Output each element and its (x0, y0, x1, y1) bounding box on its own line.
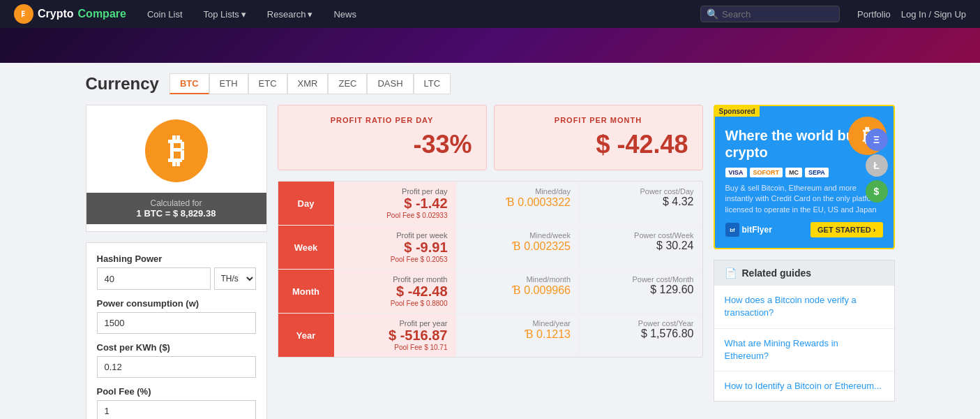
tab-ltc[interactable]: LTC (414, 73, 451, 94)
mined-value-month: Ɓ 0.009966 (465, 284, 571, 297)
nav-top-lists[interactable]: Top Lists ▾ (197, 9, 253, 20)
nav-coin-list[interactable]: Coin List (140, 9, 190, 20)
power-value-day: $ 4.32 (588, 196, 694, 208)
pool-fee-day: Pool Fee $ 0.02933 (342, 212, 448, 219)
ad-footer: bf bitFlyer GET STARTED › (725, 222, 883, 237)
page-title: Currency (86, 74, 159, 94)
mined-label-month: Mined/month (465, 275, 571, 284)
hashing-power-row: TH/s GH/s MH/s (97, 267, 256, 290)
power-label-year: Power cost/Year (588, 319, 694, 328)
power-value-month: $ 129.60 (588, 284, 694, 296)
power-label-day: Power cost/Day (588, 187, 694, 196)
profit-ratio-value: -33% (292, 130, 472, 159)
calculated-label: Calculated for (93, 198, 259, 208)
pool-fee-input[interactable] (97, 400, 256, 419)
power-cell-week: Power cost/Week $ 30.24 (579, 226, 702, 269)
cost-kwh-label: Cost per KWh ($) (97, 342, 256, 353)
tab-etc[interactable]: ETC (248, 73, 287, 94)
login-link[interactable]: Log In / Sign Up (901, 9, 966, 20)
profit-ratio-label: PROFIT RATIO PER DAY (292, 116, 472, 124)
tab-eth[interactable]: ETH (209, 73, 248, 94)
tab-zec[interactable]: ZEC (328, 73, 367, 94)
mining-form: Hashing Power TH/s GH/s MH/s Power consu… (86, 242, 267, 419)
guides-title: Related guides (742, 267, 812, 279)
sponsored-badge: Sponsored (715, 106, 760, 117)
svg-text:bf: bf (730, 227, 735, 233)
power-cell-month: Power cost/Month $ 129.60 (579, 270, 702, 313)
sofort-logo: SOFORT (750, 168, 783, 177)
chevron-down-icon: ▾ (241, 9, 246, 20)
mined-label-year: Mined/year (465, 319, 571, 328)
coin-calculated: Calculated for 1 BTC = $ 8,829.38 (86, 193, 266, 224)
page-container: Currency BTC ETH ETC XMR ZEC DASH LTC ₿ … (72, 63, 909, 419)
profit-month-value: $ -42.48 (508, 130, 688, 159)
tab-dash[interactable]: DASH (367, 73, 413, 94)
mined-cell-month: Mined/month Ɓ 0.009966 (456, 270, 580, 313)
brand-compare-text: Compare (78, 8, 126, 20)
bitflyer-logo: bf bitFlyer (725, 223, 772, 237)
guides-header: 📄 Related guides (714, 260, 894, 286)
usdt-circle: $ (866, 180, 888, 203)
profit-label-week: Profit per week (342, 231, 448, 240)
tab-xmr[interactable]: XMR (287, 73, 329, 94)
search-box: 🔍 (700, 6, 840, 22)
nav-research[interactable]: Research ▾ (260, 9, 320, 20)
profit-cell-week: Profit per week $ -9.91 Pool Fee $ 0.205… (334, 226, 456, 269)
profit-label-month: Profit per month (342, 275, 448, 284)
eth-circle: Ξ (866, 128, 888, 151)
nav-news[interactable]: News (326, 9, 363, 20)
profit-month-card: PROFIT PER MONTH $ -42.48 (494, 105, 703, 170)
ltc-circle: Ł (866, 154, 888, 177)
guide-item-2[interactable]: What are Mining Rewards in Ethereum? (714, 329, 894, 372)
visa-logo: VISA (725, 168, 747, 177)
hashing-power-label: Hashing Power (97, 253, 256, 264)
pool-fee-month: Pool Fee $ 0.8800 (342, 300, 448, 307)
pool-fee-label: Pool Fee (%) (97, 386, 256, 397)
profit-ratio-card: PROFIT RATIO PER DAY -33% (278, 105, 487, 170)
hashing-unit-select[interactable]: TH/s GH/s MH/s (214, 267, 256, 290)
research-label: Research (267, 9, 306, 20)
power-value-year: $ 1,576.80 (588, 328, 694, 340)
period-month: Month (278, 270, 334, 313)
get-started-button[interactable]: GET STARTED › (811, 222, 883, 237)
guide-item-3[interactable]: How to Identify a Bitcoin or Ethereum... (714, 372, 894, 401)
mined-cell-day: Mined/day Ɓ 0.0003322 (456, 182, 580, 225)
profit-value-day: $ -1.42 (342, 196, 448, 212)
profit-cell-day: Profit per day $ -1.42 Pool Fee $ 0.0293… (334, 182, 456, 225)
mined-value-year: Ɓ 0.1213 (465, 328, 571, 341)
brand-logo-area[interactable]: CryptoCompare (14, 4, 126, 24)
profit-value-year: $ -516.87 (342, 328, 448, 344)
currency-tabs: BTC ETH ETC XMR ZEC DASH LTC (169, 73, 451, 94)
chevron-down-icon-research: ▾ (308, 9, 312, 20)
cost-kwh-group: Cost per KWh ($) (97, 342, 256, 378)
brand-crypto-text: Crypto (38, 8, 74, 20)
mined-value-week: Ɓ 0.002325 (465, 240, 571, 253)
power-consumption-label: Power consumption (w) (97, 298, 256, 309)
pool-fee-week: Pool Fee $ 0.2053 (342, 256, 448, 263)
nav-right-links: Portfolio Log In / Sign Up (857, 9, 966, 20)
sepa-logo: SEPA (805, 168, 829, 177)
profit-label-year: Profit per year (342, 319, 448, 328)
power-consumption-input[interactable] (97, 312, 256, 334)
mining-row-week: Week Profit per week $ -9.91 Pool Fee $ … (278, 226, 702, 270)
pool-fee-year: Pool Fee $ 10.71 (342, 344, 448, 351)
cost-kwh-input[interactable] (97, 356, 256, 378)
bitflyer-icon: bf (725, 223, 739, 237)
hashing-power-input[interactable] (97, 267, 211, 290)
mining-row-month: Month Profit per month $ -42.48 Pool Fee… (278, 270, 702, 314)
mined-cell-year: Mined/year Ɓ 0.1213 (456, 314, 580, 357)
portfolio-link[interactable]: Portfolio (857, 9, 891, 20)
brand-icon (14, 4, 33, 24)
bitflyer-name: bitFlyer (742, 225, 772, 235)
tab-btc[interactable]: BTC (169, 73, 209, 94)
power-consumption-group: Power consumption (w) (97, 298, 256, 334)
top-lists-label: Top Lists (204, 9, 239, 20)
power-cell-year: Power cost/Year $ 1,576.80 (579, 314, 702, 357)
page-header: Currency BTC ETH ETC XMR ZEC DASH LTC (86, 73, 895, 94)
profit-value-week: $ -9.91 (342, 240, 448, 256)
mining-row-day: Day Profit per day $ -1.42 Pool Fee $ 0.… (278, 182, 702, 226)
profit-cell-year: Profit per year $ -516.87 Pool Fee $ 10.… (334, 314, 456, 357)
guide-item-1[interactable]: How does a Bitcoin node verify a transac… (714, 286, 894, 328)
search-input[interactable] (722, 9, 834, 20)
mined-label-day: Mined/day (465, 187, 571, 196)
